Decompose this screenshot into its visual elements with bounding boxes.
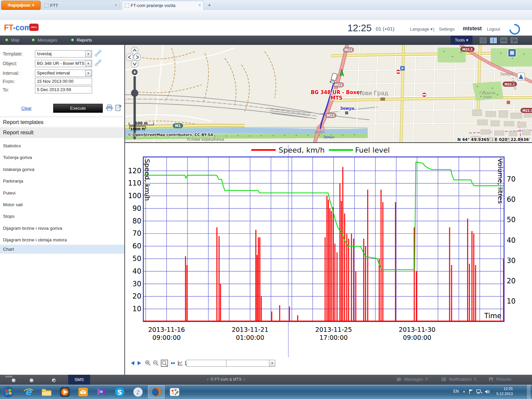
zoom-slider-handle[interactable] — [131, 89, 138, 97]
scale-meters: 500 m — [135, 121, 148, 125]
browser-tab-ftt[interactable]: FTT × — [41, 1, 120, 10]
language-indicator[interactable]: EN — [453, 389, 459, 394]
sms-button[interactable]: SMS — [68, 375, 90, 385]
report-templates-section[interactable]: Report templates — [0, 117, 124, 127]
map-building-red — [507, 101, 510, 104]
taskbar-ie-icon[interactable]: e — [20, 385, 37, 398]
zoom-in-button[interactable] — [145, 360, 151, 366]
object-wrench-icon[interactable] — [94, 59, 102, 66]
taskbar-purple-app-icon[interactable] — [93, 385, 110, 398]
map-coordinates: N 44° 49.9365' : E 020° 22.8436' — [457, 137, 530, 142]
show-desktop-button[interactable] — [526, 385, 531, 399]
template-wrench-icon[interactable] — [94, 50, 102, 57]
taskbar-itunes-icon[interactable]: ♪ — [130, 385, 146, 398]
nav-messages[interactable]: Messages — [32, 36, 57, 45]
layout-horizontal-split-icon[interactable] — [500, 38, 507, 43]
start-button[interactable] — [1, 385, 16, 398]
language-menu[interactable]: Language ▾ — [410, 27, 433, 32]
y-left-tick: 80 — [132, 217, 141, 225]
map-stop-icon-2 — [422, 92, 427, 97]
volume-icon[interactable] — [485, 389, 490, 394]
browser-address-bar: ← mts.fms.co.rs/service.html?d=601863 ☆ … — [0, 10, 532, 20]
tab-close-icon[interactable]: × — [115, 3, 117, 8]
toggle-knob-2[interactable] — [29, 378, 34, 383]
speed-fuel-chart[interactable]: 1201101009080706050403020107060504030201… — [125, 143, 532, 366]
sidebar-item-to-enja-goriva[interactable]: Točenja goriva — [0, 153, 124, 162]
x-tick-date: 2013-11-30 — [399, 326, 435, 333]
tray-expand-icon[interactable]: ▲ — [463, 390, 466, 393]
pictures-icon — [489, 377, 493, 381]
username[interactable]: mtstest — [463, 26, 482, 32]
template-select[interactable]: Izvestaj▼ — [35, 50, 92, 58]
svg-text:M22: M22 — [344, 48, 352, 52]
sidebar-item-dijagram-brzine-i-obrtaja-motora[interactable]: Dijagram brzine i obrtaja motora — [0, 235, 124, 244]
main-nav: Map Messages Reports Tools ▾ — [0, 36, 532, 45]
map-attribution: © OpenStreetMap contributors, CC-BY-SA — [128, 133, 213, 137]
notifications-status[interactable]: Notifications 0 — [442, 377, 476, 382]
sidebar-item-parkiranja[interactable]: Parkiranja — [0, 177, 124, 186]
map-panel[interactable]: M22 M22 M22 M1 M22.1 M22.1 M22.1 P BG 34… — [125, 45, 532, 142]
tools-button[interactable]: Tools ▾ — [451, 36, 472, 45]
taskbar-paint-icon[interactable] — [166, 385, 183, 398]
sidebar-item-chart[interactable]: Chart — [0, 245, 124, 254]
settings-link[interactable]: Settings — [439, 27, 455, 32]
layout-vertical-split-icon[interactable] — [490, 38, 497, 43]
pan-right-button[interactable] — [138, 361, 141, 365]
browser-tab-ftcom[interactable]: FT-com praćenje vozila × — [122, 1, 204, 10]
toggle-knob-3[interactable] — [52, 378, 56, 383]
y-left-tick: 30 — [132, 280, 141, 288]
sidebar-item-motor-sati[interactable]: Motor sati — [0, 200, 124, 209]
clear-link[interactable]: Clear — [21, 106, 32, 111]
taskbar-explorer-icon[interactable] — [38, 385, 55, 398]
range-dropdown[interactable]: ▼ — [269, 360, 275, 367]
tray-clock[interactable]: 12:25 5.12.2013 — [496, 386, 513, 396]
chevron-down-icon[interactable]: ▼ — [85, 70, 91, 77]
print-icon[interactable] — [106, 104, 113, 111]
report-result-section[interactable]: Report result — [0, 127, 124, 138]
sidebar-item-stops[interactable]: Stops — [0, 212, 124, 221]
nav-reports[interactable]: Reports — [71, 36, 92, 45]
y-left-tick: 10 — [132, 305, 141, 313]
svg-text:M22: M22 — [334, 83, 342, 87]
messages-status[interactable]: Messages 0 — [397, 377, 428, 382]
toggle-knob-1[interactable] — [11, 378, 16, 383]
logout-link[interactable]: Logout — [487, 27, 500, 32]
sidebar-item-statistics[interactable]: Statistics — [0, 141, 124, 150]
chevron-down-icon[interactable]: ▼ — [85, 61, 91, 67]
map-terms-link[interactable]: Услови коришћења — [187, 137, 224, 142]
taskbar-skype-icon[interactable]: S — [111, 385, 128, 398]
network-icon[interactable] — [476, 389, 482, 394]
taskbar-firefox-icon[interactable] — [148, 385, 165, 398]
y-left-tick: 120 — [128, 167, 141, 175]
zoom-select-button[interactable] — [161, 360, 168, 367]
action-center-flag-icon[interactable] — [469, 389, 473, 394]
taskbar-mediaplayer-icon[interactable] — [57, 385, 73, 398]
pan-left-button[interactable] — [131, 361, 134, 365]
firefox-menu-button[interactable]: Фајерфокс ▾ — [1, 1, 41, 10]
plot-settings-button[interactable] — [178, 360, 183, 366]
tab-close-icon[interactable]: × — [199, 3, 201, 8]
sidebar-item-istakanja-goriva[interactable]: Istakanja goriva — [0, 165, 124, 174]
export-icon[interactable] — [115, 104, 122, 111]
from-input[interactable]: 15 Nov 2013 00:00 — [35, 78, 92, 85]
interval-select[interactable]: Specified interval▼ — [35, 69, 92, 77]
taskbar-outlook-icon[interactable] — [75, 385, 91, 398]
zoom-out-button[interactable] — [153, 360, 159, 366]
execute-button[interactable]: Execute — [53, 104, 103, 113]
object-select[interactable]: BG 348 UR - Boxer MTS▼ — [35, 60, 92, 67]
map-canvas[interactable]: M22 M22 M22 M1 M22.1 M22.1 M22.1 P BG 34… — [125, 45, 532, 142]
sidebar-item-dijagram-brzine-i-nivoa-goriva[interactable]: Dijagram brzine i nivoa goriva — [0, 224, 124, 233]
sidebar-item-putevi[interactable]: Putevi — [0, 189, 124, 198]
layout-mixed-icon[interactable] — [511, 38, 517, 43]
new-tab-button[interactable]: + — [205, 2, 213, 8]
fit-view-button[interactable] — [170, 360, 176, 366]
layout-single-icon[interactable] — [480, 38, 486, 43]
to-input[interactable]: 5 Dec 2013 23:59 — [35, 86, 92, 93]
chevron-down-icon[interactable]: ▼ — [85, 51, 91, 58]
place-label-zemun-small-2: Земун — [324, 135, 334, 139]
range-input-2[interactable] — [226, 360, 270, 367]
range-input[interactable] — [187, 360, 228, 367]
nav-map[interactable]: Map — [5, 36, 19, 45]
pictures-status[interactable]: Pictures — [489, 377, 511, 382]
legend-label: Speed, km/h — [279, 146, 325, 154]
